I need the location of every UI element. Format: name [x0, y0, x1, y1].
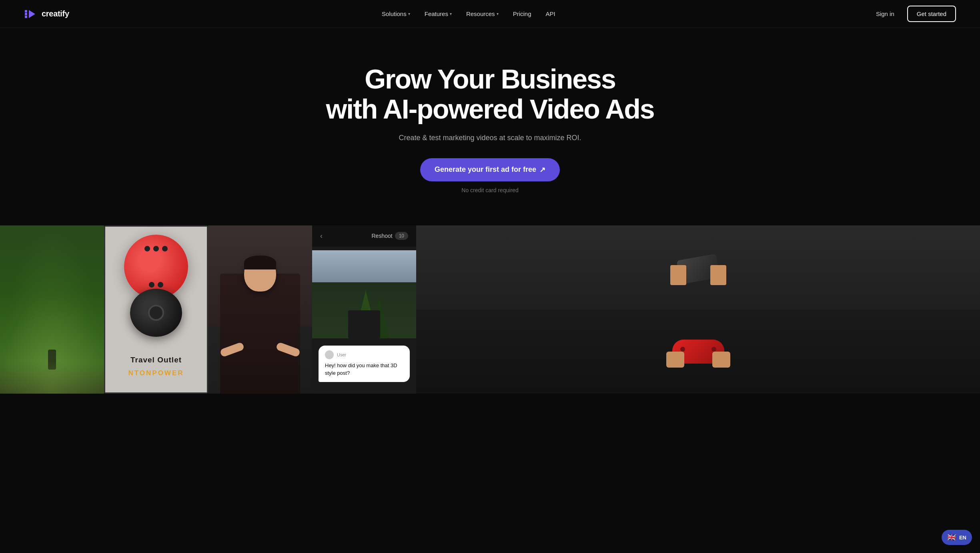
- chat-scene: [312, 250, 416, 338]
- controller-holder: [666, 336, 730, 368]
- gallery-card-hands[interactable]: [416, 225, 980, 394]
- outlet-ports-top: [144, 246, 168, 251]
- controller-left-hand: [666, 352, 684, 368]
- chat-reshoot-label: Reshoot 10: [371, 232, 408, 240]
- features-chevron-icon: ▾: [450, 12, 452, 16]
- chat-reshoot-badge: 10: [395, 232, 408, 240]
- left-hand: [670, 265, 686, 285]
- forest-mist: [0, 225, 104, 293]
- hero-cta-note: No credit card required: [461, 187, 518, 193]
- chat-bubble: User Hey! how did you make that 3D style…: [319, 346, 410, 382]
- navbar: creatify Solutions ▾ Features ▾ Resource…: [0, 0, 980, 28]
- presenter-body: [220, 273, 300, 394]
- svg-marker-3: [29, 10, 35, 18]
- right-hand: [710, 265, 726, 285]
- nav-api[interactable]: API: [539, 7, 561, 20]
- svg-rect-2: [25, 16, 27, 18]
- nav-features[interactable]: Features ▾: [418, 7, 458, 20]
- navbar-left: creatify: [24, 7, 69, 21]
- logo-text: creatify: [42, 9, 69, 18]
- language-code: EN: [959, 535, 966, 541]
- nav-solutions[interactable]: Solutions ▾: [375, 7, 417, 20]
- product-card-inner: Travel Outlet NTONPOWER: [105, 227, 207, 392]
- hands-device-holder: [670, 253, 726, 285]
- runner-silhouette: [48, 350, 56, 370]
- nav-pricing[interactable]: Pricing: [507, 7, 538, 20]
- video-gallery: Travel Outlet NTONPOWER ‹ Reshoot 10: [0, 225, 980, 394]
- navbar-center: Solutions ▾ Features ▾ Resources ▾ Prici…: [375, 7, 562, 20]
- chat-back-icon[interactable]: ‹: [320, 232, 323, 240]
- svg-rect-1: [25, 13, 27, 15]
- hands-top-section: [416, 225, 980, 313]
- svg-rect-0: [25, 10, 27, 12]
- forest-ground: [0, 362, 104, 394]
- hero-subtitle: Create & test marketing videos at scale …: [399, 134, 581, 142]
- chat-header: ‹ Reshoot 10: [312, 225, 416, 247]
- controller-btn-1: [680, 347, 685, 352]
- signin-button[interactable]: Sign in: [868, 6, 902, 21]
- gallery-card-product[interactable]: Travel Outlet NTONPOWER: [104, 225, 208, 394]
- hero-title: Grow Your Business with AI-powered Video…: [326, 64, 654, 124]
- controller-right-hand: [712, 352, 730, 368]
- outlet-center: [148, 305, 164, 321]
- logo[interactable]: creatify: [24, 7, 69, 21]
- hero-cta-button[interactable]: Generate your first ad for free ↗: [420, 158, 560, 181]
- hands-bottom-section: [416, 310, 980, 394]
- flag-icon: 🇬🇧: [947, 533, 956, 542]
- chat-username: User: [337, 352, 346, 357]
- arrow-icon: ↗: [539, 165, 545, 174]
- gallery-card-forest[interactable]: [0, 225, 104, 394]
- hero-section: Grow Your Business with AI-powered Video…: [0, 0, 980, 225]
- gallery-card-presenter[interactable]: [208, 225, 312, 394]
- gallery-card-chat[interactable]: ‹ Reshoot 10 User Hey! how did you make …: [312, 225, 416, 394]
- forest-glow: [0, 293, 104, 394]
- outlet-base: [130, 289, 182, 337]
- chat-sky: [312, 250, 416, 282]
- product-label: Travel Outlet: [105, 356, 207, 364]
- controller-btn-2: [711, 347, 716, 352]
- nav-resources[interactable]: Resources ▾: [460, 7, 505, 20]
- presenter-head: [244, 255, 276, 292]
- chat-user-avatar: [325, 350, 334, 359]
- navbar-right: Sign in Get started: [868, 6, 956, 22]
- product-brand: NTONPOWER: [105, 369, 207, 377]
- chat-message: Hey! how did you make that 3D style post…: [325, 362, 403, 377]
- logo-icon: [24, 7, 38, 21]
- chat-bubble-header: User: [325, 350, 403, 359]
- language-badge[interactable]: 🇬🇧 EN: [942, 530, 972, 545]
- outlet-ports-bottom: [149, 282, 163, 288]
- chat-figure: [348, 310, 380, 338]
- resources-chevron-icon: ▾: [497, 12, 499, 16]
- get-started-button[interactable]: Get started: [907, 6, 956, 22]
- presenter-hair: [244, 255, 276, 269]
- solutions-chevron-icon: ▾: [408, 12, 410, 16]
- forest-bg: [0, 225, 104, 394]
